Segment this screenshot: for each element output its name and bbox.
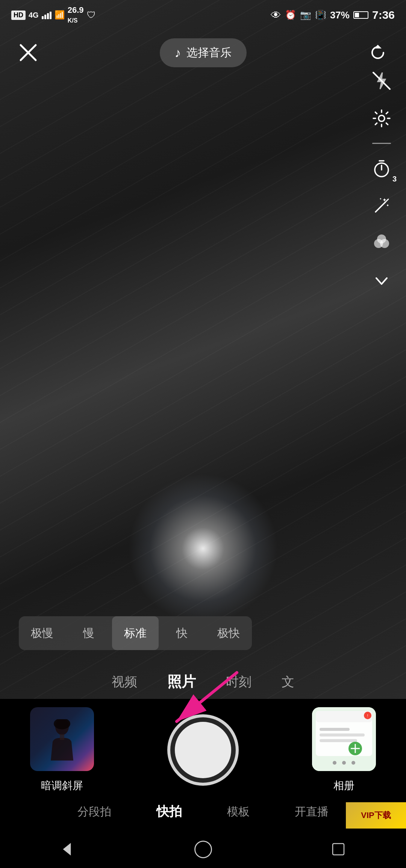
more-tools-button[interactable]: [368, 268, 395, 294]
vip-text: VIP下载: [361, 810, 391, 821]
settings-icon: [372, 109, 391, 128]
svg-line-8: [376, 202, 385, 212]
camera-icon: 📷: [300, 10, 311, 20]
tab-quick-shoot[interactable]: 快拍: [149, 799, 189, 824]
mode-video[interactable]: 视频: [108, 670, 141, 694]
status-right: 👁 ⏰ 📷 📳 37% 7:36: [271, 9, 395, 21]
shutter-button[interactable]: [167, 714, 239, 786]
chevron-down-icon: [372, 271, 391, 291]
flash-off-icon: [372, 71, 391, 91]
svg-rect-23: [320, 733, 365, 736]
svg-text:!: !: [367, 714, 368, 718]
svg-text:✦: ✦: [382, 197, 387, 203]
home-button[interactable]: [188, 834, 218, 864]
timer-badge-label: 3: [392, 175, 397, 183]
security-icon: 🛡: [87, 10, 96, 20]
svg-point-4: [379, 115, 385, 121]
svg-rect-37: [333, 844, 344, 855]
tab-segment-shoot[interactable]: 分段拍: [70, 800, 119, 823]
camera-viewfinder: [0, 0, 406, 699]
speed-selector: 极慢 慢 标准 快 极快: [19, 616, 252, 650]
music-selector-button[interactable]: ♪ 选择音乐: [160, 38, 247, 67]
signal-bar-2: [44, 15, 46, 19]
beauty-button[interactable]: ✦ ✦ ✦: [368, 193, 395, 219]
svg-text:✦: ✦: [386, 203, 389, 207]
vip-watermark: VIP下载: [346, 802, 406, 829]
signal-bar-3: [47, 13, 49, 19]
status-left: HD 4G 📶 26.9K/S 🛡: [11, 5, 96, 25]
light-effect: [128, 473, 278, 624]
gallery-thumb-inner: [30, 707, 94, 771]
svg-rect-21: [316, 711, 372, 722]
album-label: 相册: [333, 779, 354, 793]
close-button[interactable]: [15, 39, 41, 66]
clock-display: 7:36: [372, 9, 395, 21]
settings-button[interactable]: [368, 105, 395, 132]
album-thumb: !: [312, 707, 376, 771]
signal-bars: [42, 11, 52, 19]
bottom-tab-bar: 分段拍 快拍 模板 开直播: [0, 793, 406, 830]
back-button[interactable]: [53, 834, 83, 864]
shutter-inner: [175, 722, 231, 778]
album-wrapper: ! 相册: [312, 707, 376, 793]
refresh-icon: [368, 43, 387, 62]
status-bar: HD 4G 📶 26.9K/S 🛡 👁 ⏰ 📷 📳 37% 7:36: [0, 0, 406, 30]
hd-badge: HD: [11, 11, 26, 20]
svg-rect-24: [320, 739, 357, 742]
gallery-wrapper: 暗调斜屏: [30, 707, 94, 793]
speed-fast[interactable]: 快: [159, 616, 205, 650]
battery-percent: 37%: [330, 9, 350, 21]
mode-moment[interactable]: 时刻: [222, 670, 255, 694]
tab-live-stream[interactable]: 开直播: [287, 800, 336, 823]
mode-text[interactable]: 文: [278, 670, 298, 694]
right-toolbar: 3 ✦ ✦ ✦: [368, 68, 395, 294]
mode-photo[interactable]: 照片: [164, 668, 200, 695]
tab-template[interactable]: 模板: [220, 800, 257, 823]
flip-camera-button[interactable]: [365, 39, 391, 66]
battery-fill: [355, 13, 359, 17]
toolbar-divider: [372, 143, 391, 144]
recents-button[interactable]: [323, 834, 353, 864]
music-label: 选择音乐: [186, 45, 232, 60]
wifi-icon: 📶: [55, 10, 65, 20]
svg-rect-22: [320, 728, 350, 731]
svg-text:✦: ✦: [379, 197, 382, 201]
magic-wand-icon: ✦ ✦ ✦: [372, 196, 391, 216]
album-button[interactable]: !: [312, 707, 376, 771]
speed-very-fast[interactable]: 极快: [205, 616, 252, 650]
svg-point-15: [377, 234, 386, 243]
speed-slow[interactable]: 慢: [65, 616, 112, 650]
alarm-icon: ⏰: [285, 10, 296, 20]
svg-point-28: [333, 761, 336, 765]
person-silhouette: [43, 719, 81, 768]
back-icon: [58, 840, 77, 859]
eye-icon: 👁: [271, 9, 281, 21]
top-toolbar: ♪ 选择音乐: [0, 30, 406, 75]
music-note-icon: ♪: [175, 45, 181, 60]
signal-4g: 4G: [29, 11, 39, 20]
recents-icon: [329, 840, 348, 859]
filter-button[interactable]: [368, 230, 395, 257]
speed-display: 26.9K/S: [68, 5, 84, 25]
svg-point-36: [195, 841, 211, 857]
speed-normal[interactable]: 标准: [112, 616, 159, 650]
svg-marker-2: [374, 45, 382, 48]
flash-toggle-button[interactable]: [368, 68, 395, 94]
gallery-label: 暗调斜屏: [41, 779, 83, 793]
timer-icon: [372, 159, 391, 178]
battery-icon: [353, 11, 368, 19]
close-icon: [19, 43, 38, 62]
svg-point-30: [351, 761, 355, 765]
shutter-area: 暗调斜屏: [0, 707, 406, 793]
svg-rect-18: [60, 734, 64, 740]
signal-bar-1: [42, 16, 44, 19]
album-preview-icon: !: [312, 707, 376, 771]
svg-marker-35: [63, 843, 71, 855]
filter-icon: [372, 234, 391, 253]
timer-button[interactable]: 3: [368, 155, 395, 181]
speed-very-slow[interactable]: 极慢: [19, 616, 65, 650]
signal-bar-4: [50, 12, 52, 19]
home-icon: [193, 839, 214, 860]
gallery-thumbnail[interactable]: [30, 707, 94, 771]
vibrate-icon: 📳: [315, 10, 326, 20]
